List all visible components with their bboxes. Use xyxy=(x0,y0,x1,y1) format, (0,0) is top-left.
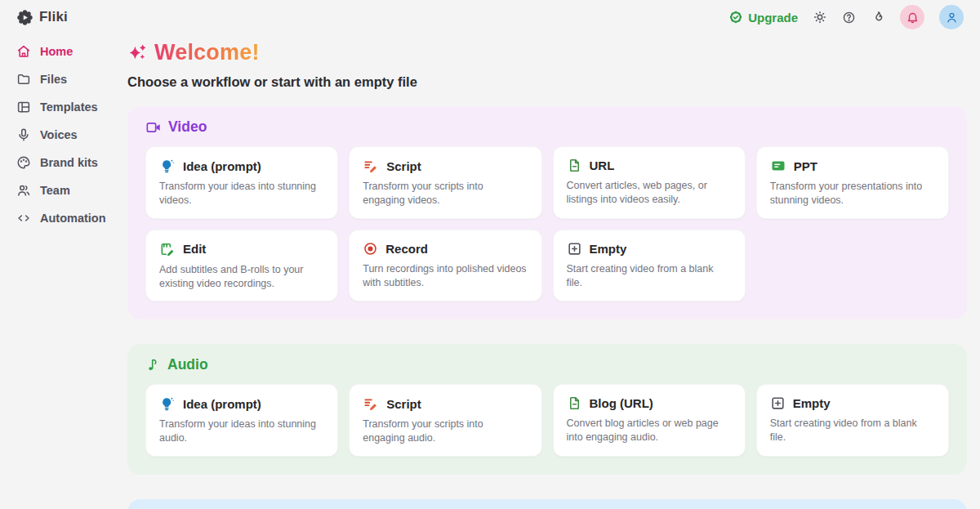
script-icon xyxy=(363,395,379,412)
account-button[interactable] xyxy=(939,5,964,29)
sidebar-item-home[interactable]: Home xyxy=(0,38,127,65)
sidebar-item-voices[interactable]: Voices xyxy=(0,121,127,149)
card-title: Empty xyxy=(793,396,831,410)
workflow-card-audio-script[interactable]: ScriptTransform your scripts into engagi… xyxy=(349,384,541,457)
card-description: Transform your ideas into stunning video… xyxy=(159,180,324,208)
help-button[interactable] xyxy=(842,11,856,25)
sidebar-item-label: Brand kits xyxy=(40,156,98,169)
card-title: Record xyxy=(385,242,428,256)
sidebar-item-label: Templates xyxy=(40,100,98,114)
team-icon xyxy=(16,183,31,198)
sidebar: HomeFilesTemplatesVoicesBrand kitsTeamAu… xyxy=(0,34,127,232)
sidebar-item-label: Team xyxy=(40,184,70,197)
mic-icon xyxy=(16,127,31,142)
card-title: Idea (prompt) xyxy=(183,397,261,411)
sidebar-item-label: Automation xyxy=(40,212,106,225)
workflow-card-video-idea-prompt[interactable]: Idea (prompt)Transform your ideas into s… xyxy=(145,146,338,219)
upgrade-button[interactable]: Upgrade xyxy=(728,10,798,25)
card-description: Transform your scripts into engaging aud… xyxy=(363,417,528,446)
workflow-card-video-empty[interactable]: EmptyStart creating video from a blank f… xyxy=(553,230,746,302)
sidebar-item-brand-kits[interactable]: Brand kits xyxy=(0,149,127,176)
workflow-card-audio-empty[interactable]: EmptyStart creating video from a blank f… xyxy=(756,384,949,457)
plus-square-icon xyxy=(567,241,582,257)
workflow-card-grid: Idea (prompt)Transform your ideas into s… xyxy=(145,384,949,457)
app-logo[interactable]: Fliki xyxy=(16,9,68,26)
code-icon xyxy=(16,211,31,225)
top-bar: Fliki Upgrade xyxy=(0,0,980,34)
topbar-actions: Upgrade xyxy=(728,5,964,29)
upgrade-label: Upgrade xyxy=(748,11,798,25)
card-title: Script xyxy=(386,397,421,411)
page-subtitle: Choose a workflow or start with an empty… xyxy=(127,74,967,90)
sparkles-icon xyxy=(127,42,148,63)
section-title: Audio xyxy=(167,356,208,373)
section-video: VideoIdea (prompt)Transform your ideas i… xyxy=(127,106,967,319)
bell-icon xyxy=(906,11,920,25)
sun-icon xyxy=(813,10,827,25)
document-icon xyxy=(567,158,582,173)
sidebar-item-label: Files xyxy=(40,73,67,86)
workflow-card-video-record[interactable]: RecordTurn recordings into polished vide… xyxy=(349,230,541,302)
card-description: Start creating video from a blank file. xyxy=(567,262,732,291)
workflow-card-grid: Idea (prompt)Transform your ideas into s… xyxy=(145,146,949,301)
palette-icon xyxy=(16,155,31,170)
notifications-button[interactable] xyxy=(900,5,924,29)
section-design: Design xyxy=(127,499,967,509)
video-camera-icon xyxy=(145,119,162,136)
badge-check-icon xyxy=(728,10,743,25)
card-description: Start creating video from a blank file. xyxy=(770,417,935,445)
card-title: PPT xyxy=(794,159,817,173)
record-icon xyxy=(363,241,378,257)
idea-bulb-icon xyxy=(159,158,176,174)
workflow-card-audio-blog-url[interactable]: Blog (URL)Convert blog articles or web p… xyxy=(553,384,746,457)
workflow-card-video-script[interactable]: ScriptTransform your scripts into engagi… xyxy=(349,146,541,219)
templates-icon xyxy=(16,100,31,114)
card-title: Idea (prompt) xyxy=(183,159,261,173)
music-note-icon xyxy=(145,357,161,373)
card-title: Edit xyxy=(183,242,206,256)
sidebar-item-team[interactable]: Team xyxy=(0,176,127,204)
edit-video-icon xyxy=(159,241,176,257)
workflow-card-audio-idea-prompt[interactable]: Idea (prompt)Transform your ideas into s… xyxy=(145,384,338,457)
plus-square-icon xyxy=(770,395,786,411)
page-title: Welcome! xyxy=(154,40,260,65)
folder-icon xyxy=(16,72,31,87)
workflow-sections: VideoIdea (prompt)Transform your ideas i… xyxy=(127,106,967,509)
sidebar-item-templates[interactable]: Templates xyxy=(0,93,127,121)
main-content: Welcome! Choose a workflow or start with… xyxy=(127,34,967,509)
sidebar-item-files[interactable]: Files xyxy=(0,65,127,93)
home-icon xyxy=(16,44,31,59)
sidebar-item-automation[interactable]: Automation xyxy=(0,204,127,232)
idea-bulb-icon xyxy=(159,395,176,412)
presentation-icon xyxy=(770,158,786,174)
document-icon xyxy=(567,395,582,411)
workflow-card-video-ppt[interactable]: PPTTransform your presentations into stu… xyxy=(756,146,949,219)
streak-button[interactable] xyxy=(871,10,885,25)
card-description: Transform your ideas into stunning audio… xyxy=(159,417,324,446)
fliki-logo-icon xyxy=(16,9,33,26)
flame-icon xyxy=(871,10,885,25)
card-title: URL xyxy=(590,159,615,172)
app-name: Fliki xyxy=(39,9,68,25)
help-circle-icon xyxy=(842,11,856,25)
sidebar-item-label: Voices xyxy=(40,128,78,141)
card-description: Transform your presentations into stunni… xyxy=(770,180,935,208)
card-description: Convert articles, web pages, or listings… xyxy=(567,179,732,208)
workflow-card-video-edit[interactable]: EditAdd subtitles and B-rolls to your ex… xyxy=(145,230,338,302)
card-title: Empty xyxy=(590,242,627,256)
section-audio: AudioIdea (prompt)Transform your ideas i… xyxy=(127,344,967,475)
card-description: Add subtitles and B-rolls to your existi… xyxy=(159,263,324,292)
card-description: Turn recordings into polished videos wit… xyxy=(363,262,528,291)
card-title: Script xyxy=(386,159,421,173)
section-title: Video xyxy=(168,118,207,136)
card-title: Blog (URL) xyxy=(590,396,653,410)
sidebar-item-label: Home xyxy=(40,45,73,58)
workflow-card-video-url[interactable]: URLConvert articles, web pages, or listi… xyxy=(553,146,746,219)
theme-toggle-button[interactable] xyxy=(813,10,827,25)
script-icon xyxy=(363,158,379,174)
card-description: Transform your scripts into engaging vid… xyxy=(363,180,528,208)
card-description: Convert blog articles or web page into e… xyxy=(567,417,732,445)
person-icon xyxy=(945,11,959,25)
